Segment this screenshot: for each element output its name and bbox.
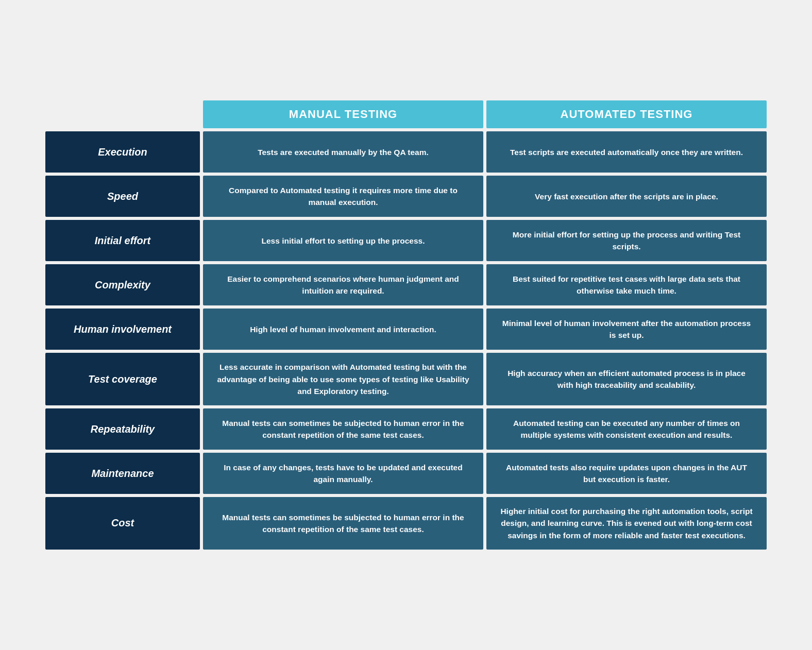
row-automated-6: Automated testing can be executed any nu… xyxy=(486,408,767,450)
row-automated-7: Automated tests also require updates upo… xyxy=(486,453,767,494)
row-label-5: Test coverage xyxy=(45,353,200,405)
row-automated-8: Higher initial cost for purchasing the r… xyxy=(486,497,767,550)
row-automated-5: High accuracy when an efficient automate… xyxy=(486,353,767,405)
row-label-6: Repeatability xyxy=(45,408,200,450)
row-label-4: Human involvement xyxy=(45,309,200,350)
row-automated-4: Minimal level of human involvement after… xyxy=(486,309,767,350)
row-label-0: Execution xyxy=(45,131,200,173)
header-automated: AUTOMATED TESTING xyxy=(486,100,767,128)
row-manual-7: In case of any changes, tests have to be… xyxy=(203,453,483,494)
comparison-table: MANUAL TESTING AUTOMATED TESTING Executi… xyxy=(45,100,767,550)
row-automated-3: Best suited for repetitive test cases wi… xyxy=(486,264,767,305)
row-automated-0: Test scripts are executed automatically … xyxy=(486,131,767,173)
row-manual-3: Easier to comprehend scenarios where hum… xyxy=(203,264,483,305)
row-label-8: Cost xyxy=(45,497,200,550)
header-manual: MANUAL TESTING xyxy=(203,100,483,128)
row-manual-2: Less initial effort to setting up the pr… xyxy=(203,220,483,261)
row-label-1: Speed xyxy=(45,176,200,217)
row-label-3: Complexity xyxy=(45,264,200,305)
row-manual-1: Compared to Automated testing it require… xyxy=(203,176,483,217)
row-automated-2: More initial effort for setting up the p… xyxy=(486,220,767,261)
row-manual-4: High level of human involvement and inte… xyxy=(203,309,483,350)
row-manual-5: Less accurate in comparison with Automat… xyxy=(203,353,483,405)
row-label-7: Maintenance xyxy=(45,453,200,494)
row-manual-0: Tests are executed manually by the QA te… xyxy=(203,131,483,173)
header-empty xyxy=(45,100,200,128)
row-label-2: Initial effort xyxy=(45,220,200,261)
row-manual-8: Manual tests can sometimes be subjected … xyxy=(203,497,483,550)
row-automated-1: Very fast execution after the scripts ar… xyxy=(486,176,767,217)
row-manual-6: Manual tests can sometimes be subjected … xyxy=(203,408,483,450)
